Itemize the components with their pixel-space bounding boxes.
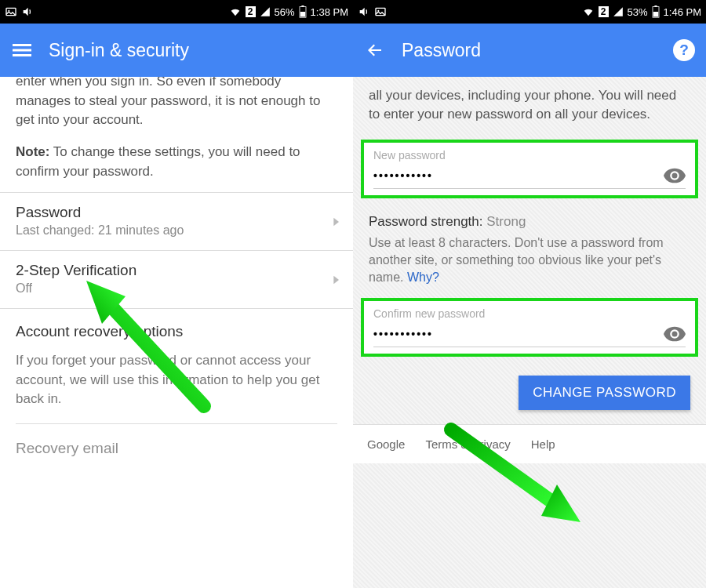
svg-rect-4 — [300, 12, 304, 16]
page-title: Sign-in & security — [49, 40, 189, 61]
divider — [16, 423, 337, 424]
svg-rect-6 — [13, 49, 31, 52]
chevron-right-icon — [329, 270, 342, 290]
signal-icon — [260, 6, 271, 17]
row-subtitle: Last changed: 21 minutes ago — [16, 223, 337, 238]
picture-icon — [5, 5, 17, 18]
field-label: New password — [373, 149, 686, 162]
phone-left: 2 56% 1:38 PM Sign-in & security single … — [0, 0, 353, 588]
signal-icon — [613, 6, 624, 17]
change-password-button[interactable]: CHANGE PASSWORD — [519, 376, 690, 410]
phone-right: 2 53% 1:46 PM Password ? all your device… — [353, 0, 706, 588]
wifi-icon — [582, 5, 595, 18]
password-value: ••••••••••• — [373, 328, 433, 340]
app-bar: Sign-in & security — [0, 24, 353, 77]
svg-rect-3 — [301, 5, 304, 7]
row-recovery-email[interactable]: Recovery email — [0, 429, 353, 457]
footer-link-terms[interactable]: Terms & Privacy — [425, 437, 510, 451]
field-label: Confirm new password — [373, 307, 686, 320]
confirm-password-field[interactable]: Confirm new password ••••••••••• — [361, 298, 698, 357]
intro-text: enter when you sign in. So even if someb… — [16, 77, 337, 130]
eye-icon[interactable] — [664, 326, 686, 342]
chevron-right-icon — [329, 212, 342, 232]
svg-rect-12 — [653, 12, 657, 16]
sim-indicator: 2 — [599, 6, 609, 17]
clock: 1:46 PM — [664, 6, 701, 18]
new-password-field[interactable]: New password ••••••••••• — [361, 140, 698, 198]
battery-percent: 53% — [628, 6, 648, 18]
clock: 1:38 PM — [311, 6, 348, 18]
row-title: 2-Step Verification — [16, 262, 337, 279]
svg-rect-5 — [13, 44, 31, 46]
picture-icon — [374, 5, 387, 18]
back-icon[interactable] — [364, 39, 386, 61]
battery-percent: 56% — [275, 6, 295, 18]
password-value: ••••••••••• — [373, 169, 433, 182]
intro-text: all your devices, including your phone. … — [353, 77, 706, 136]
why-link[interactable]: Why? — [407, 270, 439, 284]
battery-icon — [652, 5, 660, 18]
row-two-step[interactable]: 2-Step Verification Off — [0, 250, 353, 308]
row-password[interactable]: Password Last changed: 21 minutes ago — [0, 192, 353, 250]
volume-icon — [21, 5, 34, 18]
footer: Google Terms & Privacy Help — [353, 424, 706, 463]
wifi-icon — [229, 5, 242, 18]
status-bar: 2 56% 1:38 PM — [0, 0, 353, 24]
footer-link-google[interactable]: Google — [367, 437, 405, 451]
row-title: Password — [16, 204, 337, 221]
section-recovery-text: If you forget your password or cannot ac… — [0, 345, 353, 423]
page-title: Password — [402, 40, 481, 61]
sim-indicator: 2 — [246, 6, 256, 17]
hamburger-icon[interactable] — [11, 39, 33, 61]
app-bar: Password ? — [353, 24, 706, 77]
svg-rect-7 — [13, 54, 31, 56]
battery-icon — [299, 5, 307, 18]
section-recovery-title: Account recovery options — [0, 308, 353, 345]
volume-icon — [358, 5, 370, 18]
content: single use code to your phone for you to… — [0, 77, 353, 588]
content: all your devices, including your phone. … — [353, 77, 706, 588]
status-bar: 2 53% 1:46 PM — [353, 0, 706, 24]
eye-icon[interactable] — [664, 168, 686, 183]
note-text: Note: To change these settings, you will… — [16, 143, 337, 181]
password-strength: Password strength: Strong — [353, 206, 706, 233]
help-icon[interactable]: ? — [673, 39, 695, 61]
svg-rect-11 — [654, 5, 657, 7]
row-subtitle: Off — [16, 281, 337, 296]
hint-text: Use at least 8 characters. Don't use a p… — [353, 233, 706, 295]
footer-link-help[interactable]: Help — [531, 437, 555, 451]
